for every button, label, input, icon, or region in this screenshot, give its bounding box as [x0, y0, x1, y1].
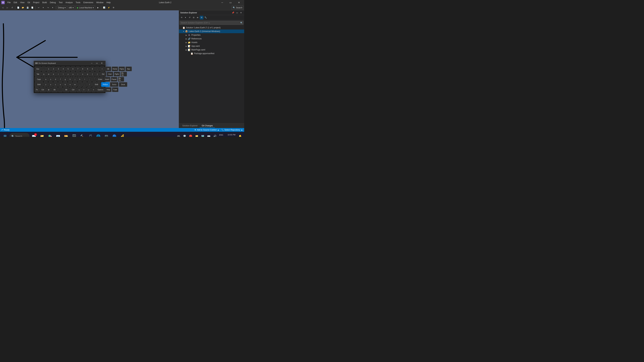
key-3[interactable]: 3	[56, 66, 60, 71]
run-without-debug-button[interactable]: ▶	[96, 6, 100, 10]
tree-item-mainpagexaml[interactable]: ▶ 📝 MainPage.xaml	[179, 48, 244, 52]
menu-window[interactable]: Window	[95, 1, 105, 4]
key-y[interactable]: y	[66, 72, 70, 76]
taskbar-app-edge[interactable]: 🌐	[94, 133, 102, 137]
key-esc[interactable]: Esc	[35, 66, 41, 71]
menu-view[interactable]: View	[19, 1, 26, 4]
redo-dropdown[interactable]: ▾	[51, 6, 55, 10]
tree-item-manifest[interactable]: 📋 Package.appxmanifest	[179, 52, 244, 55]
key-right[interactable]: ▷	[86, 87, 91, 92]
tray-antivirus[interactable]: 🔴	[188, 134, 193, 137]
canvas-area[interactable]: ⌨ On-Screen Keyboard ─ ▭ ✕ Esc . 1 2 3 4	[0, 10, 179, 128]
key-p[interactable]: p	[85, 72, 90, 76]
key-pgup[interactable]: PgUp	[118, 66, 125, 71]
key-z[interactable]: z	[44, 82, 48, 87]
se-toolbar-filter[interactable]: ⚙	[200, 16, 204, 19]
key-insert[interactable]: Insert	[104, 77, 110, 82]
taskbar-app-chrome[interactable]: 🔵	[111, 133, 118, 137]
se-toolbar-show-all[interactable]: 👁	[196, 16, 200, 19]
menu-help[interactable]: Help	[105, 1, 112, 4]
key-down[interactable]: ▽	[82, 87, 86, 92]
key-f[interactable]: f	[58, 77, 62, 82]
key-caps[interactable]: Caps	[35, 77, 43, 82]
redo-button[interactable]: ↪	[46, 6, 50, 10]
key-8[interactable]: 8	[80, 66, 85, 71]
key-lbracket[interactable]: [	[90, 72, 94, 76]
menu-debug[interactable]: Debug	[48, 1, 57, 4]
settings-button[interactable]: ⚙	[112, 6, 116, 10]
se-toolbar-sync[interactable]: ⟲	[180, 16, 183, 19]
key-o[interactable]: o	[80, 72, 85, 76]
taskbar-clock[interactable]: 10:55 PM 20/11/2023	[225, 133, 237, 137]
key-space[interactable]	[58, 87, 62, 92]
tray-folder2[interactable]: 📁	[194, 134, 200, 137]
key-l[interactable]: l	[82, 77, 87, 82]
refresh-button[interactable]: ↺	[10, 6, 14, 10]
key-x[interactable]: x	[48, 82, 53, 87]
tab-git-changes[interactable]: Git Changes	[200, 124, 215, 128]
add-to-source-control[interactable]: ⬆ Add to Source Control ▲	[194, 129, 219, 131]
tray-volume[interactable]: 🔊	[212, 134, 218, 137]
key-ctrl-right[interactable]: Ctrl	[70, 87, 76, 92]
tree-item-references[interactable]: ▶ 🔗 References	[179, 37, 244, 40]
menu-edit[interactable]: Edit	[12, 1, 18, 4]
key-r[interactable]: r	[56, 72, 60, 76]
taskbar-app-terminal[interactable]: 🖥️	[70, 133, 78, 137]
key-enter[interactable]: Enter	[97, 77, 104, 82]
key-4[interactable]: 4	[61, 66, 66, 71]
tree-item-assets[interactable]: ▶ 📁 Assets	[179, 40, 244, 44]
key-9[interactable]: 9	[85, 66, 90, 71]
key-alt-right[interactable]: Alt	[63, 87, 70, 92]
key-j[interactable]: j	[73, 77, 77, 82]
key-menu[interactable]: ≡	[92, 87, 96, 92]
menu-build[interactable]: Build	[41, 1, 48, 4]
tree-item-solution[interactable]: 📋 Solution 'Lukes Earth 2' (1 of 1 proje…	[179, 26, 244, 29]
debug-config-dropdown[interactable]: Debug ▾	[57, 6, 67, 10]
se-toolbar-dropdown[interactable]: ▾	[184, 16, 187, 19]
key-help[interactable]: Help	[105, 87, 112, 92]
key-1[interactable]: 1	[46, 66, 51, 71]
key-backspace[interactable]: ⌫	[105, 66, 111, 71]
taskbar-app-mail[interactable]: ✉️ 1	[30, 133, 38, 137]
key-del[interactable]: Del	[100, 72, 106, 76]
key-period[interactable]: .	[82, 82, 87, 87]
tab-solution-explorer[interactable]: Solution Explorer	[180, 124, 200, 128]
key-i[interactable]: i	[76, 72, 80, 76]
key-minus[interactable]: -	[95, 66, 100, 71]
key-5[interactable]: 5	[66, 66, 70, 71]
key-scrlk[interactable]: ScrLk	[110, 82, 118, 87]
taskbar-app-spotify[interactable]: 🎵	[86, 133, 94, 137]
key-m[interactable]: m	[73, 82, 77, 87]
key-shift-right[interactable]: Shift	[92, 82, 100, 87]
key-t[interactable]: t	[61, 72, 66, 76]
key-c[interactable]: c	[53, 82, 58, 87]
se-search-input[interactable]	[180, 22, 240, 24]
key-b[interactable]: b	[63, 82, 68, 87]
save-all-button[interactable]: 📑	[30, 6, 34, 10]
key-w[interactable]: w	[46, 72, 51, 76]
tray-security[interactable]: 🛡️	[182, 134, 187, 137]
taskbar-app-vs[interactable]: 💻	[103, 133, 110, 137]
tray-map[interactable]: 🗺️	[200, 134, 206, 137]
key-comma[interactable]: ,	[78, 82, 82, 87]
key-alt-left[interactable]: Alt	[51, 87, 58, 92]
key-dot[interactable]: .	[42, 66, 46, 71]
key-home[interactable]: Home	[112, 66, 118, 71]
key-left[interactable]: ◁	[77, 87, 81, 92]
key-d[interactable]: d	[53, 77, 58, 82]
undo-dropdown[interactable]: ▾	[41, 6, 45, 10]
key-mvdn[interactable]: Mv Dn	[118, 77, 124, 82]
se-toolbar-collapse[interactable]: ⊟	[192, 16, 196, 19]
se-toolbar-refresh[interactable]: ↺	[188, 16, 191, 19]
perf-button[interactable]: ⚡	[107, 6, 111, 10]
key-n[interactable]: n	[68, 82, 72, 87]
taskbar-app-folder[interactable]: 📂	[62, 133, 70, 137]
se-search-box[interactable]: 🔍	[180, 21, 244, 25]
undo-button[interactable]: ↩	[36, 6, 40, 10]
key-dock[interactable]: Dock	[119, 82, 127, 87]
taskbar-search-box[interactable]: 🔍 Search	[10, 133, 30, 137]
maximize-button[interactable]: ▭	[227, 0, 234, 5]
key-nav[interactable]: Nav	[126, 66, 132, 71]
diagnostic-button[interactable]: 📊	[102, 6, 106, 10]
open-button[interactable]: 📂	[21, 6, 25, 10]
